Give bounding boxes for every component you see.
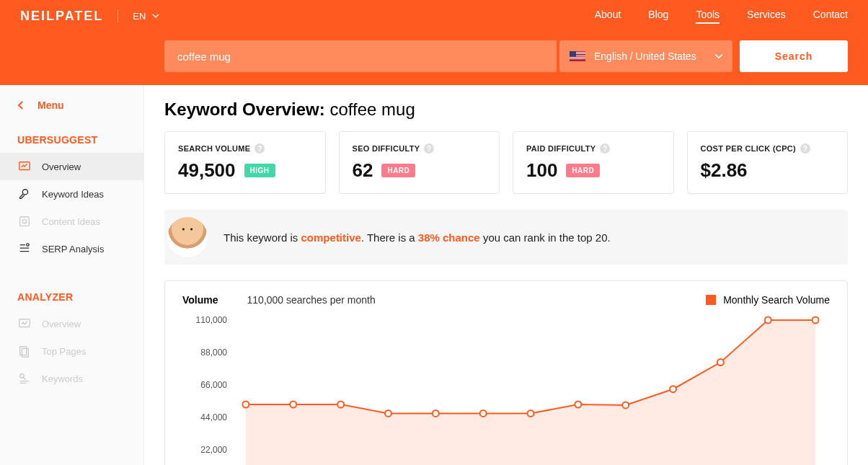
svg-rect-6 (20, 347, 27, 355)
stat-value: 100 (526, 159, 557, 182)
stat-value: $2.86 (701, 159, 748, 182)
content-icon (17, 215, 32, 228)
help-icon[interactable]: ? (800, 143, 810, 154)
y-tick: 88,000 (200, 347, 227, 358)
language-label: EN (133, 11, 146, 22)
stat-card-seo-difficulty: SEO DIFFICULTY ?62HARD (339, 131, 500, 194)
badge: HARD (566, 164, 600, 177)
chevron-left-icon (17, 100, 25, 110)
legend-swatch-icon (706, 295, 716, 305)
y-tick: 110,000 (196, 315, 227, 325)
keyword-icon (17, 187, 32, 200)
chart-point[interactable] (385, 410, 391, 417)
chevron-down-icon (151, 12, 160, 20)
locale-label: English / United States (594, 50, 696, 62)
help-icon[interactable]: ? (600, 143, 610, 154)
stat-label: SEO DIFFICULTY ? (353, 143, 487, 154)
svg-point-1 (22, 190, 27, 195)
section-ubersuggest: UBERSUGGEST (0, 124, 143, 153)
us-flag-icon (570, 51, 585, 61)
chart-point[interactable] (670, 386, 676, 392)
nav-contact[interactable]: Contact (813, 9, 848, 24)
divider (118, 9, 118, 22)
sidebar-item-overview[interactable]: Overview (0, 153, 143, 180)
language-selector[interactable]: EN (133, 11, 160, 22)
chevron-down-icon (714, 51, 724, 61)
stat-card-cost-per-click-cpc-: COST PER CLICK (CPC) ?$2.86 (687, 131, 849, 194)
insight-text: This keyword is competitive. There is a … (223, 231, 611, 244)
avatar-icon (167, 217, 208, 257)
sidebar: Menu UBERSUGGEST OverviewKeyword IdeasCo… (0, 85, 144, 465)
serp-icon (17, 242, 32, 255)
sidebar-item-top-pages: Top Pages (0, 337, 143, 365)
section-analyzer: ANALYZER (0, 281, 143, 310)
chart-point[interactable] (290, 402, 296, 408)
y-tick: 22,000 (200, 445, 227, 455)
y-tick: 66,000 (200, 380, 227, 390)
volume-chart-card: Volume 110,000 searches per month Monthl… (164, 280, 848, 465)
keywords-icon (17, 372, 32, 385)
chart-subtitle: 110,000 searches per month (247, 294, 376, 306)
stat-card-search-volume: SEARCH VOLUME ?49,500HIGH (164, 131, 326, 194)
nav-about[interactable]: About (595, 9, 621, 24)
sidebar-item-serp-analysis[interactable]: SERP Analysis (0, 235, 143, 262)
nav-blog[interactable]: Blog (648, 9, 668, 24)
chart-legend: Monthly Search Volume (706, 294, 830, 306)
badge: HIGH (244, 164, 275, 177)
stat-label: COST PER CLICK (CPC) ? (701, 143, 835, 154)
svg-rect-2 (20, 217, 30, 226)
stat-card-paid-difficulty: PAID DIFFICULTY ?100HARD (513, 131, 674, 194)
brand-logo[interactable]: NEILPATEL (20, 9, 103, 24)
svg-rect-7 (22, 348, 28, 357)
badge: HARD (381, 164, 415, 177)
sidebar-item-keyword-ideas[interactable]: Keyword Ideas (0, 180, 143, 208)
stat-value: 62 (353, 159, 373, 182)
chart-point[interactable] (622, 402, 629, 408)
sidebar-item-overview: Overview (0, 310, 143, 337)
insight-banner: This keyword is competitive. There is a … (164, 210, 848, 265)
chart-point[interactable] (242, 402, 249, 408)
chart-point[interactable] (812, 317, 819, 324)
menu-label: Menu (37, 99, 64, 111)
chart-point[interactable] (575, 402, 581, 408)
chart-point[interactable] (433, 410, 439, 417)
top-nav: AboutBlogToolsServicesContact (595, 9, 848, 24)
pages-icon (17, 345, 32, 358)
overview-icon (17, 160, 32, 173)
y-tick: 44,000 (200, 412, 227, 422)
nav-services[interactable]: Services (747, 9, 786, 24)
chart-point[interactable] (765, 317, 771, 324)
stat-label: SEARCH VOLUME ? (178, 143, 312, 154)
keyword-search-input[interactable] (164, 40, 557, 72)
page-title: Keyword Overview: coffee mug (164, 99, 848, 120)
chart-point[interactable] (480, 410, 487, 417)
search-button[interactable]: Search (740, 40, 848, 72)
chart-point[interactable] (717, 359, 724, 366)
help-icon[interactable]: ? (424, 143, 434, 154)
locale-selector[interactable]: English / United States (559, 40, 732, 72)
svg-point-4 (27, 244, 30, 247)
help-icon[interactable]: ? (254, 143, 265, 154)
chart-area-fill (246, 320, 815, 465)
analyzer-icon (17, 317, 32, 330)
menu-back-button[interactable]: Menu (0, 99, 143, 124)
sidebar-item-keywords: Keywords (0, 365, 143, 392)
sidebar-item-content-ideas: Content Ideas (0, 208, 143, 235)
svg-point-3 (22, 219, 26, 223)
chart-point[interactable] (528, 410, 534, 417)
chart-point[interactable] (337, 402, 344, 408)
chart-title: Volume (182, 294, 218, 306)
stat-value: 49,500 (178, 159, 236, 182)
nav-tools[interactable]: Tools (696, 9, 719, 24)
stat-label: PAID DIFFICULTY ? (526, 143, 660, 154)
